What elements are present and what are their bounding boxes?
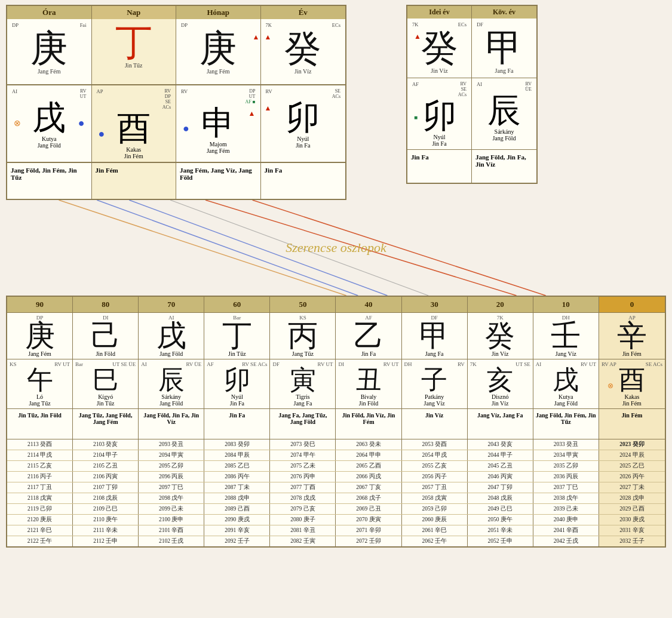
year-cell: 2094 甲寅 [139,450,204,460]
stem-nap: 丁 Jin Tűz [92,19,177,85]
year-cell: 2090 庚戌 [204,515,270,525]
luck-header-80: 80 [73,297,139,312]
branch-honap-name: Majom [180,141,257,147]
stem-nap-name: Jin Tűz [96,62,173,69]
summary-ora: Jang Föld, Jin Fém, Jin Tűz [7,163,92,199]
stem-honap-tl: DP [181,22,188,28]
year-cell: 2051 辛未 [468,525,533,536]
stem-honap-name: Jang Fém [180,68,257,75]
right-branch-kov: AI RV ÜE 辰 Sárkány Jang Föld [472,78,536,150]
right-branch-idei-kanji: 卯 [411,99,468,133]
luck-branch-1: Bar UT SE ÜE 巳 Kígyó Jin Tűz [73,359,139,408]
year-cell: 2073 癸巳 [270,439,336,450]
year-row: 2120 庚辰2110 庚午2100 庚申2090 庚戌2080 庚子2070 … [7,515,665,525]
branch-ora-name: Kutya [11,136,88,142]
luck-stem-5: AF 乙 Jin Fa [336,313,401,359]
stem-ora: DP Fai 庚 Jang Fém [7,19,92,85]
stem-ev-tl: 7K [266,22,272,28]
year-cell: 2060 庚辰 [402,515,468,525]
year-cell: 2023 癸卯 [599,439,665,450]
year-cell: 2071 辛卯 [336,525,401,536]
year-cell: 2033 癸丑 [533,439,599,450]
year-cell: 2064 甲申 [336,450,401,460]
right-summary-row: Jin Fa Jang Föld, Jin Fa, Jin Víz [407,150,536,183]
luck-sum-4: Jang Fa, Jang Tűz, Jang Föld [270,409,336,439]
summary-nap: Jin Fém [92,163,177,199]
year-cell: 2072 壬卯 [336,536,401,546]
right-stems-row: 7K ECs 癸 ▲ Jin Víz DF 甲 Jang Fa [407,19,536,78]
luck-sum-8: Jang Föld, Jin Fém, Jin Tűz [533,409,599,439]
year-cell: 2029 己酉 [599,504,665,514]
luck-table: 90 80 70 60 50 40 30 20 10 0 DP 庚 Jang F… [6,296,666,548]
year-cell: 2043 癸亥 [468,439,533,450]
year-cell: 2074 甲午 [270,450,336,460]
year-cell: 2067 丁亥 [336,482,401,493]
year-cell: 2080 庚子 [270,515,336,525]
year-cell: 2083 癸卯 [204,439,270,450]
luck-branch-4: DF RV UT 寅 Tigris Jang Fa [270,359,336,408]
header-ev: Év [261,6,346,19]
luck-sum-1: Jang Tűz, Jang Föld, Jang Fém [73,409,139,439]
branch-honap-name2: Jang Fém [180,147,257,154]
luck-stem-8: DH 壬 Jang Víz [533,313,599,359]
year-cell: 2062 壬午 [402,536,468,546]
year-cell: 2085 乙巳 [204,461,270,471]
year-cell: 2026 丙午 [599,472,665,482]
year-row: 2121 辛巳2111 辛未2101 辛酉2091 辛亥2081 辛丑2071 … [7,525,665,536]
summary-ev: Jin Fa [261,163,346,199]
summary-honap: Jang Fém, Jang Víz, Jang Föld [176,163,261,199]
year-cell: 2065 乙酉 [336,461,401,471]
year-cell: 2035 乙卯 [533,461,599,471]
year-cell: 2027 丁未 [599,482,665,493]
right-branch-idei-name: Nyúl [411,134,468,140]
year-cell: 2038 戊午 [533,493,599,503]
branch-nap-kanji: 酉 [96,112,173,145]
stem-honap: DP 庚 ▲ Jang Fém [176,19,261,85]
right-stem-kov: DF 甲 Jang Fa [472,19,536,78]
right-chart-area: Idei év Köv. év 7K ECs 癸 ▲ Jin Víz [358,5,538,200]
branch-nap-name: Kakas [96,146,173,153]
luck-branch-9: RV AP SE ACs 酉 ⊗ Kakas Jin Fém [599,359,665,408]
branch-honap: RV DP UT AF ■ 申 ● ▲ Majom Jang Fém [176,85,261,162]
luck-summary-row: Jin Tűz, Jin Föld Jang Tűz, Jang Föld, J… [7,408,665,439]
luck-stem-6: DF 甲 Jang Fa [402,313,468,359]
year-cell: 2057 丁丑 [402,482,468,493]
luck-header-row: 90 80 70 60 50 40 30 20 10 0 [7,297,665,312]
year-cell: 2098 戊午 [139,493,204,503]
luck-sum-0: Jin Tűz, Jin Föld [7,409,73,439]
year-cell: 2102 壬戌 [139,536,204,546]
year-cell: 2059 己卯 [402,504,468,514]
luck-sum-2: Jang Föld, Jin Fa, Jin Víz [139,409,204,439]
year-cell: 2104 甲子 [73,450,139,460]
right-chart-header: Idei év Köv. év [407,6,536,19]
branch-ora: AI RV UT 戌 ⊗ ● Kutya Jang Föld [7,85,92,162]
right-branch-idei-name2: Jin Fa [411,140,468,147]
year-cell: 2034 甲寅 [533,450,599,460]
luck-header-40: 40 [336,297,401,312]
main-chart: Óra Nap Hónap Év DP Fai 庚 Jang Fém [6,5,346,200]
year-rows: 2113 癸酉2103 癸亥2093 癸丑2083 癸卯2073 癸巳2063 … [7,439,665,546]
year-cell: 2041 辛酉 [533,525,599,536]
year-cell: 2116 丙子 [7,472,73,482]
right-summary-idei: Jin Fa [407,150,472,183]
luck-header-90: 90 [7,297,73,312]
stem-ora-name: Jang Fém [11,68,88,75]
year-cell: 2056 丙子 [402,472,468,482]
year-cell: 2093 癸丑 [139,439,204,450]
year-cell: 2054 甲戌 [402,450,468,460]
year-cell: 2058 戊寅 [402,493,468,503]
branch-ora-tl: AI [12,88,17,99]
year-cell: 2077 丁酉 [270,482,336,493]
luck-header-0: 0 [599,297,665,312]
year-cell: 2039 己未 [533,504,599,514]
year-cell: 2070 庚寅 [336,515,401,525]
year-cell: 2053 癸酉 [402,439,468,450]
year-cell: 2100 庚申 [139,515,204,525]
year-cell: 2087 丁未 [204,482,270,493]
stem-ev: 7K ECs 癸 ▲ Jin Víz [261,19,346,85]
right-branch-idei: AF RV SE ACs 卯 ■ Nyúl Jin Fa [407,78,472,150]
luck-stem-3: Bar 丁 Jin Tűz [204,313,270,359]
year-cell: 2047 丁卯 [468,482,533,493]
header-honap: Hónap [176,6,261,19]
connection-area: Szerencse oszlopok [6,200,666,296]
